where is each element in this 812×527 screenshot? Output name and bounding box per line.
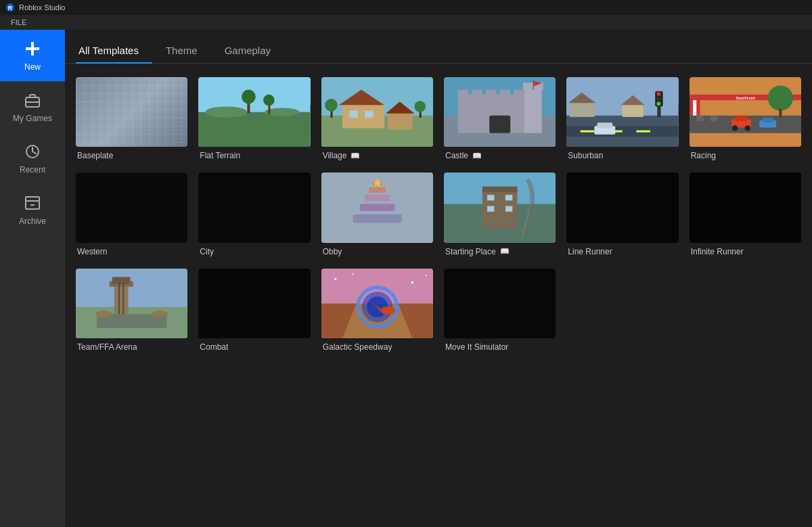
svg-rect-51 <box>637 131 651 133</box>
template-thumb-move-it-simulator <box>444 269 556 338</box>
app-icon: R <box>5 3 15 12</box>
svg-rect-95 <box>505 195 512 200</box>
svg-point-31 <box>414 101 426 112</box>
template-card-village[interactable]: Village📖 <box>321 77 433 162</box>
svg-rect-65 <box>690 98 693 116</box>
svg-point-14 <box>206 106 248 118</box>
svg-text:Start/Finish: Start/Finish <box>736 96 754 100</box>
clock-icon <box>23 142 42 161</box>
svg-rect-35 <box>458 90 468 97</box>
template-label-obby: Obby <box>321 243 433 258</box>
book-icon: 📖 <box>500 247 510 256</box>
svg-point-17 <box>242 90 256 104</box>
svg-point-19 <box>263 95 275 106</box>
svg-point-107 <box>152 311 168 317</box>
svg-point-75 <box>767 85 792 110</box>
svg-rect-87 <box>369 187 386 193</box>
template-thumb-infinite-runner <box>690 173 801 242</box>
template-card-obby[interactable]: Obby <box>321 173 433 257</box>
template-label-combat: Combat <box>198 338 310 353</box>
svg-rect-38 <box>500 90 510 97</box>
svg-rect-93 <box>482 187 518 192</box>
template-label-western: Western <box>76 243 187 258</box>
template-label-racing: Racing <box>690 147 801 162</box>
svg-rect-76 <box>779 108 782 116</box>
template-card-city[interactable]: City <box>198 173 310 257</box>
svg-point-80 <box>744 125 750 131</box>
template-card-racing[interactable]: Start/Finish Racing <box>690 77 801 162</box>
template-card-line-runner[interactable]: Line Runner <box>566 173 678 257</box>
sidebar-item-new[interactable]: New <box>0 30 65 81</box>
template-thumb-baseplate <box>76 77 187 147</box>
menu-file[interactable]: FILE <box>5 18 32 26</box>
sidebar-item-my-games[interactable]: My Games <box>0 81 65 133</box>
svg-rect-54 <box>623 104 644 117</box>
template-card-starting-place[interactable]: Starting Place📖 <box>444 173 556 257</box>
template-thumb-obby <box>321 173 433 242</box>
tab-all-templates[interactable]: All Templates <box>76 45 152 63</box>
svg-rect-82 <box>762 118 773 122</box>
svg-rect-42 <box>524 87 542 133</box>
template-label-galactic-speedway: Galactic Speedway <box>321 338 433 353</box>
sidebar-item-recent[interactable]: Recent <box>0 133 65 184</box>
svg-rect-67 <box>696 98 700 116</box>
template-thumb-suburban <box>566 77 678 147</box>
sidebar-label-new: New <box>24 62 41 72</box>
menu-bar: FILE <box>0 15 812 30</box>
svg-rect-52 <box>570 101 594 117</box>
svg-rect-13 <box>198 112 310 147</box>
sidebar: New My Games Recent <box>0 30 65 527</box>
svg-rect-78 <box>735 116 748 121</box>
template-card-western[interactable]: Western <box>76 173 187 257</box>
template-card-suburban[interactable]: Suburban <box>566 77 678 162</box>
svg-rect-72 <box>703 116 710 121</box>
template-thumb-team-arena <box>76 269 187 338</box>
template-card-baseplate[interactable]: Baseplate <box>76 77 187 162</box>
template-card-flat-terrain[interactable]: Flat Terrain <box>198 77 310 162</box>
template-thumb-line-runner <box>566 173 678 242</box>
template-label-castle: Castle📖 <box>444 147 556 162</box>
template-card-move-it-simulator[interactable]: Move It Simulator <box>444 269 556 353</box>
template-thumb-village <box>321 77 433 147</box>
svg-rect-66 <box>693 98 696 116</box>
svg-rect-49 <box>581 131 595 133</box>
svg-point-115 <box>380 306 394 314</box>
template-label-infinite-runner: Infinite Runner <box>690 243 801 258</box>
svg-rect-62 <box>597 122 613 128</box>
svg-point-60 <box>657 101 661 106</box>
svg-rect-85 <box>359 204 394 211</box>
svg-rect-97 <box>505 206 512 212</box>
tab-theme[interactable]: Theme <box>163 45 211 63</box>
sidebar-item-archive[interactable]: Archive <box>0 184 65 235</box>
template-label-line-runner: Line Runner <box>566 243 678 258</box>
template-thumb-city <box>198 173 310 242</box>
template-thumb-starting-place <box>444 173 556 242</box>
svg-rect-84 <box>353 214 401 223</box>
svg-rect-36 <box>472 90 482 97</box>
svg-rect-41 <box>489 116 510 133</box>
svg-point-120 <box>426 275 427 276</box>
svg-rect-37 <box>486 90 496 97</box>
tab-gameplay[interactable]: Gameplay <box>222 45 284 63</box>
svg-rect-70 <box>690 116 696 121</box>
template-label-village: Village📖 <box>321 147 433 162</box>
svg-rect-27 <box>365 111 373 118</box>
svg-text:R: R <box>8 5 13 12</box>
template-card-castle[interactable]: Castle📖 <box>444 77 556 162</box>
template-card-team-arena[interactable]: Team/FFA Arena <box>76 269 187 353</box>
template-card-galactic-speedway[interactable]: Galactic Speedway <box>321 269 433 353</box>
svg-rect-71 <box>696 116 703 121</box>
svg-rect-96 <box>487 206 494 212</box>
sidebar-label-my-games: My Games <box>13 114 52 123</box>
template-thumb-western <box>76 173 187 242</box>
template-card-combat[interactable]: Combat <box>198 269 310 353</box>
svg-rect-94 <box>487 195 494 200</box>
template-card-infinite-runner[interactable]: Infinite Runner <box>690 173 801 257</box>
svg-rect-39 <box>514 90 524 97</box>
sidebar-label-archive: Archive <box>19 216 46 226</box>
book-icon: 📖 <box>351 152 360 160</box>
main-layout: New My Games Recent <box>0 30 812 527</box>
svg-rect-102 <box>112 277 131 283</box>
template-label-move-it-simulator: Move It Simulator <box>444 338 556 353</box>
content-area: All Templates Theme Gameplay Baseplate F… <box>65 30 812 527</box>
